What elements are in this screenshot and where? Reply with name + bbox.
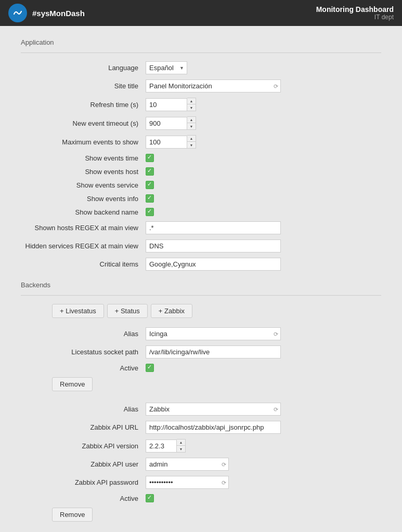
show-backend-name-checkbox[interactable] — [146, 208, 154, 216]
main-content: Application Language Español English Fra… — [0, 26, 402, 532]
site-title-icon: ⟳ — [274, 83, 278, 89]
backend2-active-row: Active — [21, 494, 381, 502]
max-events-spinner-btns: ▲ ▼ — [187, 135, 196, 149]
hosts-regex-label: Shown hosts REGEX at main view — [21, 224, 146, 232]
backend2-alias-input[interactable] — [146, 403, 281, 416]
backend2-api-user-row: Zabbix API user ⟳ — [21, 458, 381, 471]
app-header: #sysMonDash Monitoring Dashboard IT dept — [0, 0, 402, 26]
new-event-timeout-label: New event timeout (s) — [21, 119, 146, 127]
new-event-timeout-spinner-btns: ▲ ▼ — [187, 116, 196, 130]
show-backend-name-label: Show backend name — [21, 208, 146, 216]
app-logo — [8, 4, 27, 22]
backend2-api-url-label: Zabbix API URL — [21, 423, 146, 431]
dashboard-title: Monitoring Dashboard — [316, 5, 394, 14]
new-event-timeout-up-btn[interactable]: ▲ — [187, 117, 196, 123]
site-title-label: Site title — [21, 82, 146, 90]
show-events-info-row: Show events info — [21, 194, 381, 203]
refresh-time-input[interactable] — [146, 98, 187, 111]
backend1-alias-label: Alias — [21, 330, 146, 338]
show-backend-name-row: Show backend name — [21, 208, 381, 216]
add-zabbix-button[interactable]: + Zabbix — [151, 304, 192, 318]
backend2-api-version-btns: ▲ ▼ — [177, 439, 186, 453]
application-divider — [21, 52, 381, 53]
show-events-service-row: Show events service — [21, 181, 381, 189]
backend1-alias-row: Alias ⟳ — [21, 327, 381, 340]
hosts-regex-input[interactable] — [146, 221, 281, 234]
backend2-api-password-row: Zabbix API password ⟳ — [21, 476, 381, 489]
backend2-api-password-label: Zabbix API password — [21, 478, 146, 486]
language-select[interactable]: Español English Français — [146, 61, 187, 74]
backend1-remove-button[interactable]: Remove — [52, 377, 93, 391]
refresh-time-spinner-btns: ▲ ▼ — [187, 98, 196, 111]
backend2-api-password-icon: ⟳ — [222, 479, 226, 486]
hidden-services-regex-input[interactable] — [146, 240, 281, 252]
max-events-input[interactable] — [146, 136, 187, 149]
backend2-alias-label: Alias — [21, 405, 146, 413]
backend1-socket-label: Licestatus socket path — [21, 348, 146, 356]
backend2-remove-button[interactable]: Remove — [52, 508, 93, 522]
backend-zabbix-block: Alias ⟳ Zabbix API URL Zabbix API versio… — [21, 403, 381, 530]
show-events-service-checkbox[interactable] — [146, 181, 154, 189]
dept-label: IT dept — [316, 14, 394, 21]
site-title-input[interactable] — [146, 79, 281, 92]
backend2-alias-row: Alias ⟳ — [21, 403, 381, 416]
app-name: #sysMonDash — [32, 9, 85, 18]
backend2-alias-wrap: ⟳ — [146, 403, 281, 416]
show-events-info-label: Show events info — [21, 195, 146, 203]
new-event-timeout-input[interactable] — [146, 117, 187, 130]
hosts-regex-row: Shown hosts REGEX at main view — [21, 221, 381, 234]
backend2-api-version-spinner: ▲ ▼ — [146, 439, 186, 453]
language-select-wrap: Español English Français — [146, 61, 187, 74]
refresh-time-label: Refresh time (s) — [21, 101, 146, 109]
backend2-api-url-input[interactable] — [146, 421, 281, 434]
backend2-api-password-input[interactable] — [146, 476, 229, 489]
backend2-active-checkbox[interactable] — [146, 494, 154, 502]
backend1-alias-wrap: ⟳ — [146, 327, 281, 340]
max-events-spinner: ▲ ▼ — [146, 135, 196, 149]
refresh-time-down-btn[interactable]: ▼ — [187, 104, 196, 111]
site-title-row: Site title ⟳ — [21, 79, 381, 92]
critical-items-row: Critical items — [21, 258, 381, 271]
show-events-time-checkbox[interactable] — [146, 154, 154, 162]
add-backends-row: + Livestatus + Status + Zabbix — [52, 304, 381, 318]
show-events-host-label: Show events host — [21, 168, 146, 176]
max-events-up-btn[interactable]: ▲ — [187, 136, 196, 142]
backend1-alias-input[interactable] — [146, 327, 281, 340]
critical-items-input[interactable] — [146, 258, 281, 271]
max-events-down-btn[interactable]: ▼ — [187, 142, 196, 148]
add-status-button[interactable]: + Status — [107, 304, 148, 318]
backend-icinga-block: Alias ⟳ Licestatus socket path Active Re… — [21, 327, 381, 400]
header-right: Monitoring Dashboard IT dept — [316, 5, 394, 21]
backend1-active-label: Active — [21, 364, 146, 372]
backend1-socket-input[interactable] — [146, 345, 281, 358]
add-livestatus-button[interactable]: + Livestatus — [52, 304, 104, 318]
application-section-header: Application — [21, 38, 381, 46]
show-events-host-checkbox[interactable] — [146, 167, 154, 176]
backend2-api-version-label: Zabbix API version — [21, 442, 146, 450]
refresh-time-spinner: ▲ ▼ — [146, 98, 196, 111]
backend2-api-password-wrap: ⟳ — [146, 476, 229, 489]
refresh-time-up-btn[interactable]: ▲ — [187, 98, 196, 104]
language-row: Language Español English Français — [21, 61, 381, 74]
backend2-api-user-label: Zabbix API user — [21, 460, 146, 468]
backend1-active-checkbox[interactable] — [146, 364, 154, 372]
backend2-alias-icon: ⟳ — [274, 406, 278, 413]
backend1-socket-row: Licestatus socket path — [21, 345, 381, 358]
backend2-api-version-input[interactable] — [146, 440, 177, 453]
backends-divider — [21, 295, 381, 296]
critical-items-label: Critical items — [21, 260, 146, 268]
max-events-label: Maximum events to show — [21, 138, 146, 146]
backend2-api-user-icon: ⟳ — [222, 461, 226, 468]
hidden-services-regex-label: Hidden services REGEX at main view — [21, 242, 146, 250]
site-title-wrap: ⟳ — [146, 79, 281, 92]
new-event-timeout-down-btn[interactable]: ▼ — [187, 123, 196, 129]
show-events-service-label: Show events service — [21, 181, 146, 189]
refresh-time-row: Refresh time (s) ▲ ▼ — [21, 98, 381, 111]
max-events-row: Maximum events to show ▲ ▼ — [21, 135, 381, 149]
show-events-info-checkbox[interactable] — [146, 194, 154, 203]
language-label: Language — [21, 64, 146, 72]
backend2-api-version-up-btn[interactable]: ▲ — [177, 440, 185, 446]
backend2-api-user-input[interactable] — [146, 458, 229, 471]
backends-section-header: Backends — [21, 281, 381, 289]
backend2-api-version-down-btn[interactable]: ▼ — [177, 446, 185, 452]
